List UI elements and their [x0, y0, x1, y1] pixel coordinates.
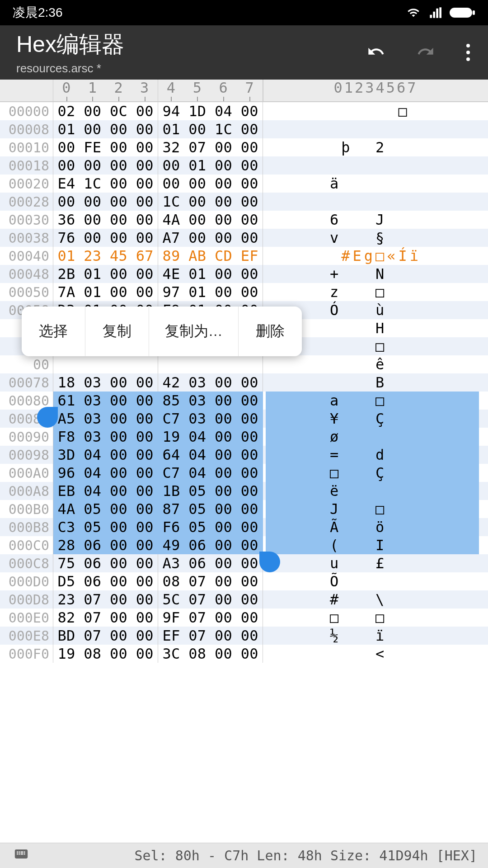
- undo-button[interactable]: [362, 42, 389, 62]
- ascii-cell[interactable]: ½ ï: [263, 627, 488, 644]
- hex-row[interactable]: 000A8EB0400001B050000ë: [0, 482, 488, 500]
- hex-byte[interactable]: 00: [131, 229, 158, 246]
- hex-byte[interactable]: 00: [106, 500, 132, 518]
- hex-byte[interactable]: 00: [131, 555, 158, 572]
- hex-byte[interactable]: 00: [236, 283, 263, 301]
- hex-byte[interactable]: 07: [184, 139, 211, 156]
- hex-row[interactable]: 000D8230700005C070000# \: [0, 590, 488, 609]
- hex-byte[interactable]: 05: [184, 500, 211, 518]
- hex-row[interactable]: 000806103000085030000a □: [0, 392, 488, 410]
- ascii-cell[interactable]: #Eg□«Íï: [263, 247, 488, 264]
- hex-byte[interactable]: 7A: [53, 283, 80, 301]
- hex-byte[interactable]: 00: [131, 211, 158, 228]
- hex-row[interactable]: 000B8C3050000F6050000Ã ö: [0, 518, 488, 536]
- hex-byte[interactable]: 02: [53, 103, 80, 120]
- hex-byte[interactable]: EF: [236, 247, 263, 264]
- ascii-cell[interactable]: ä: [263, 175, 488, 192]
- hex-byte[interactable]: 00: [131, 139, 158, 156]
- hex-row[interactable]: 000B04A05000087050000J □: [0, 500, 488, 518]
- ascii-cell[interactable]: □ Ç: [263, 464, 488, 481]
- hex-byte[interactable]: 00: [236, 537, 263, 554]
- hex-byte[interactable]: 07: [80, 591, 106, 608]
- hex-byte[interactable]: 23: [53, 591, 80, 608]
- hex-byte[interactable]: 1C: [211, 121, 237, 138]
- hex-byte[interactable]: 07: [80, 609, 106, 626]
- hex-row[interactable]: 00088A5030000C7030000¥ Ç: [0, 410, 488, 428]
- hex-row[interactable]: 00020E41C000000000000ä: [0, 175, 488, 193]
- hex-byte[interactable]: 00: [106, 410, 132, 427]
- hex-byte[interactable]: 2B: [53, 265, 80, 283]
- hex-byte[interactable]: 00: [80, 229, 106, 246]
- hex-byte[interactable]: 00: [106, 428, 132, 445]
- hex-byte[interactable]: 08: [158, 573, 184, 590]
- ascii-cell[interactable]: B: [263, 374, 488, 391]
- hex-byte[interactable]: 00: [236, 175, 263, 192]
- hex-byte[interactable]: 07: [184, 609, 211, 626]
- hex-byte[interactable]: 00: [236, 211, 263, 228]
- hex-byte[interactable]: 06: [184, 555, 211, 572]
- hex-byte[interactable]: 00: [53, 157, 80, 174]
- hex-byte[interactable]: 00: [211, 175, 237, 192]
- hex-byte[interactable]: 00: [211, 283, 237, 301]
- hex-byte[interactable]: 00: [236, 229, 263, 246]
- hex-row[interactable]: 00 ê: [0, 355, 488, 373]
- hex-byte[interactable]: F6: [158, 519, 184, 536]
- hex-byte[interactable]: 00: [106, 519, 132, 536]
- hex-byte[interactable]: 00: [236, 555, 263, 572]
- hex-row[interactable]: 000983D04000064040000= d: [0, 446, 488, 464]
- ascii-cell[interactable]: [263, 121, 488, 138]
- hex-byte[interactable]: 45: [106, 247, 132, 264]
- ascii-cell[interactable]: u £: [263, 555, 488, 572]
- ascii-cell[interactable]: = d: [263, 446, 488, 463]
- hex-byte[interactable]: 75: [53, 555, 80, 572]
- hex-byte[interactable]: 00: [131, 283, 158, 301]
- hex-byte[interactable]: 00: [131, 121, 158, 138]
- ascii-cell[interactable]: Ã ö: [263, 519, 488, 536]
- ascii-cell[interactable]: þ 2: [263, 139, 488, 156]
- hex-byte[interactable]: 00: [236, 410, 263, 427]
- hex-byte[interactable]: 04: [184, 428, 211, 445]
- hex-byte[interactable]: 00: [131, 428, 158, 445]
- hex-byte[interactable]: 00: [131, 446, 158, 463]
- hex-byte[interactable]: 06: [80, 555, 106, 572]
- hex-byte[interactable]: 00: [211, 500, 237, 518]
- hex-byte[interactable]: 03: [80, 428, 106, 445]
- keyboard-button[interactable]: [11, 846, 32, 865]
- hex-byte[interactable]: CD: [211, 247, 237, 264]
- hex-byte[interactable]: C7: [158, 464, 184, 481]
- hex-byte[interactable]: 04: [184, 464, 211, 481]
- hex-byte[interactable]: 23: [80, 247, 106, 264]
- hex-byte[interactable]: 00: [236, 265, 263, 283]
- hex-byte[interactable]: 00: [236, 374, 263, 391]
- hex-byte[interactable]: 76: [53, 229, 80, 246]
- hex-byte[interactable]: 00: [131, 265, 158, 283]
- hex-byte[interactable]: 03: [80, 392, 106, 409]
- ascii-cell[interactable]: a □: [263, 392, 488, 409]
- hex-byte[interactable]: 00: [131, 410, 158, 427]
- hex-byte[interactable]: 00: [211, 446, 237, 463]
- hex-byte[interactable]: 00: [236, 464, 263, 481]
- hex-byte[interactable]: 00: [184, 175, 211, 192]
- hex-byte[interactable]: 00: [106, 283, 132, 301]
- hex-byte[interactable]: 00: [236, 627, 263, 644]
- selection-handle-end[interactable]: [259, 552, 280, 572]
- ascii-cell[interactable]: ë: [263, 482, 488, 500]
- hex-byte[interactable]: 00: [106, 229, 132, 246]
- hex-row[interactable]: 000400123456789ABCDEF #Eg□«Íï: [0, 247, 488, 265]
- hex-byte[interactable]: 36: [53, 211, 80, 228]
- hex-byte[interactable]: 00: [106, 392, 132, 409]
- hex-row[interactable]: 000C02806000049060000( I: [0, 536, 488, 554]
- menu-copy[interactable]: 复制: [85, 307, 149, 356]
- hex-byte[interactable]: 64: [158, 446, 184, 463]
- ascii-cell[interactable]: [263, 193, 488, 210]
- hex-byte[interactable]: 00: [80, 103, 106, 120]
- hex-byte[interactable]: 06: [80, 537, 106, 554]
- hex-byte[interactable]: 85: [158, 392, 184, 409]
- hex-byte[interactable]: 1B: [158, 482, 184, 500]
- ascii-cell[interactable]: + N: [263, 265, 488, 283]
- hex-byte[interactable]: 03: [80, 410, 106, 427]
- hex-row[interactable]: 00030360000004A0000006 J: [0, 211, 488, 229]
- hex-byte[interactable]: 01: [184, 265, 211, 283]
- hex-byte[interactable]: A3: [158, 555, 184, 572]
- hex-row[interactable]: 0001000FE000032070000 þ 2: [0, 138, 488, 156]
